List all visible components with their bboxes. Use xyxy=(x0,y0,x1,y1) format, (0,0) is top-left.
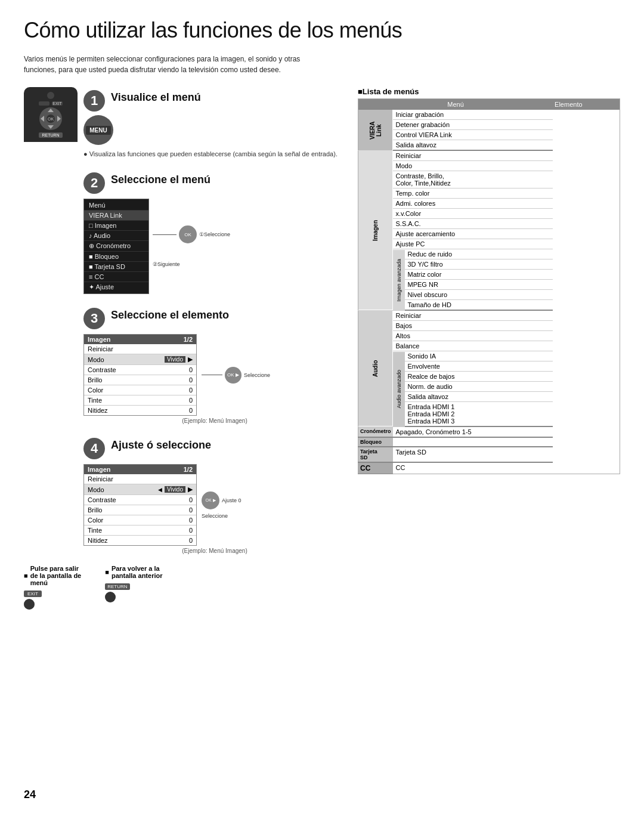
menu-item-cronometro: ⊕ Cronómetro xyxy=(84,241,148,252)
item-ajuste-acercamiento: Ajuste acercamiento xyxy=(393,229,553,239)
return-button[interactable]: RETURN xyxy=(105,583,129,590)
step1-section: EXIT OK RETURN xyxy=(24,87,346,159)
menu-button-label[interactable]: MENU xyxy=(86,126,110,135)
bullet-square-1: ■ xyxy=(24,572,28,579)
menu-list-title: ■Lista de menús xyxy=(358,87,620,96)
step3-annotations: OK ▶ Seleccione xyxy=(202,367,270,384)
item-realce-bajos: Realce de bajos xyxy=(405,372,553,382)
step2-diagram: Menú VIERA Link □ Imagen ♪ Audio ⊕ Cronó… xyxy=(83,199,346,294)
item-altos: Altos xyxy=(393,331,553,341)
item-ssac: S.S.A.C. xyxy=(393,219,553,229)
table-row: Color0 xyxy=(84,385,196,395)
note2: ■ Para volver a lapantalla anterior RETU… xyxy=(105,565,162,610)
item-balance: Balance xyxy=(393,341,553,351)
cat-imagen: Imagen xyxy=(358,150,393,310)
item-reiniciar-img: Reiniciar xyxy=(393,150,553,161)
item-temp-color: Temp. color xyxy=(393,188,553,199)
list-item: TarjetaSD Tarjeta SD xyxy=(358,447,620,462)
step4-section: 4 Ajuste ó seleccione Imagen 1/2 Reinici… xyxy=(24,435,346,554)
step3-title: Seleccione el elemento xyxy=(111,309,229,322)
list-item: Bajos xyxy=(358,321,620,331)
cat-cc: CC xyxy=(358,462,393,474)
right-column: ■Lista de menús Menú Elemento VIERALink … xyxy=(358,87,620,610)
cat-cronometro: Cronómetro xyxy=(358,426,393,437)
list-item: Ajuste PC xyxy=(358,239,620,249)
step1-note: ● Visualiza las funciones que pueden est… xyxy=(83,150,346,159)
list-item: Detener grabación xyxy=(358,120,620,130)
step1-number: 1 xyxy=(83,90,105,112)
step2-arrows: OK ①Seleccione ②Siguiente xyxy=(153,225,230,267)
list-item: Contraste, Brillo,Color, Tinte,Nitidez xyxy=(358,171,620,188)
item-reiniciar-audio: Reiniciar xyxy=(393,310,553,321)
note1-title: Pulse para salirde la pantalla demenú xyxy=(30,565,82,586)
step1-title: Visualice el menú xyxy=(111,91,201,104)
page-number: 24 xyxy=(24,789,36,801)
list-item: Audio avanzado Sonido IA xyxy=(358,351,620,361)
table-row: Color0 xyxy=(84,515,196,525)
step2-menu-panel: Menú VIERA Link □ Imagen ♪ Audio ⊕ Cronó… xyxy=(83,199,149,294)
page-title: Cómo utilizar las funciones de los menús xyxy=(24,18,620,43)
item-admi-colores: Admi. colores xyxy=(393,199,553,209)
step1-content: 1 Visualice el menú MENU ● Visualiza las… xyxy=(83,87,346,159)
menu-item-tarjeta: ■ Tarjeta SD xyxy=(84,262,148,272)
step4-table-header: Imagen 1/2 xyxy=(84,465,196,474)
item-modo: Modo xyxy=(393,161,553,171)
table-row: Nitidez0 xyxy=(84,536,196,545)
item-reduc-ruido: Reduc de ruido xyxy=(405,249,553,259)
list-item: Control VIERA Link xyxy=(358,130,620,140)
list-item: VIERALink Iniciar grabación xyxy=(358,110,620,120)
table-row: Tinte0 xyxy=(84,395,196,406)
annotation1: ①Seleccione xyxy=(199,231,230,237)
step4-annotations: OK ▶ Ajuste 0 Seleccione xyxy=(202,491,242,519)
exit-button[interactable]: EXIT xyxy=(24,591,42,597)
step2-title: Seleccione el menú xyxy=(111,174,210,186)
list-item: x.v.Color xyxy=(358,209,620,219)
item-contraste-brillo: Contraste, Brillo,Color, Tinte,Nitidez xyxy=(393,171,553,188)
note2-title: Para volver a lapantalla anterior xyxy=(112,565,163,579)
item-matriz-color: Matriz color xyxy=(405,270,553,280)
list-item: Cronómetro Apagado, Cronómetro 1-5 xyxy=(358,426,620,437)
step3-annotation: Seleccione xyxy=(244,372,270,378)
item-envolvente: Envolvente xyxy=(405,361,553,372)
cat-bloqueo: Bloqueo xyxy=(358,437,393,447)
item-apagado-cronometro: Apagado, Cronómetro 1-5 xyxy=(393,426,553,437)
step3-table: Imagen 1/2 Reiniciar Modo Vivido▶ Contra… xyxy=(83,334,197,416)
col-elemento: Elemento xyxy=(553,99,620,110)
item-iniciar: Iniciar grabación xyxy=(393,110,553,120)
list-item: Altos xyxy=(358,331,620,341)
table-row: Contraste0 xyxy=(84,365,196,375)
item-detener: Detener grabación xyxy=(393,120,553,130)
step3-diagram: Imagen 1/2 Reiniciar Modo Vivido▶ Contra… xyxy=(83,334,346,416)
intro-text: Varios menús le permiten seleccionar con… xyxy=(24,54,310,75)
item-entrada-hdmi: Entrada HDMI 1Entrada HDMI 2Entrada HDMI… xyxy=(405,402,553,427)
step3-table-header: Imagen 1/2 xyxy=(84,335,196,344)
left-column: EXIT OK RETURN xyxy=(24,87,346,610)
menu-item-ajuste: ✦ Ajuste xyxy=(84,282,148,292)
note1: ■ Pulse para salirde la pantalla demenú … xyxy=(24,565,81,610)
menu-item-menu: Menú xyxy=(84,200,148,211)
item-control-viera: Control VIERA Link xyxy=(393,130,553,140)
item-sonido-ia: Sonido IA xyxy=(405,351,553,361)
menu-item-cc: ≡ CC xyxy=(84,272,148,282)
item-bajos: Bajos xyxy=(393,321,553,331)
list-item: Salida altavoz xyxy=(358,140,620,151)
step4-diagram: Imagen 1/2 Reiniciar Modo ◀Vivido▶ Contr… xyxy=(83,464,346,546)
menu-list-table: Menú Elemento VIERALink Iniciar grabació… xyxy=(358,98,620,474)
item-mpeg-nr: MPEG NR xyxy=(405,280,553,290)
table-row: Reiniciar xyxy=(84,474,196,484)
table-row: Modo Vivido▶ xyxy=(84,354,196,365)
table-row: Tinte0 xyxy=(84,525,196,536)
step4-ajuste: Ajuste 0 xyxy=(222,497,242,503)
item-salida-altavoz: Salida altavoz xyxy=(405,392,553,402)
list-item: Bloqueo xyxy=(358,437,620,447)
item-cc: CC xyxy=(393,462,553,474)
sub-imagen-avanzada: Imagen avanzada xyxy=(393,249,405,311)
step4-seleccione: Seleccione xyxy=(202,513,242,519)
table-row: Brillo0 xyxy=(84,375,196,385)
step4-example: (Ejemplo: Menú Imagen) xyxy=(83,548,346,554)
notes-row: ■ Pulse para salirde la pantalla demenú … xyxy=(24,565,346,610)
cat-viera: VIERALink xyxy=(358,110,393,150)
notes-section: ■ Pulse para salirde la pantalla demenú … xyxy=(24,565,346,610)
table-row: Contraste0 xyxy=(84,495,196,505)
list-item: CC CC xyxy=(358,462,620,474)
